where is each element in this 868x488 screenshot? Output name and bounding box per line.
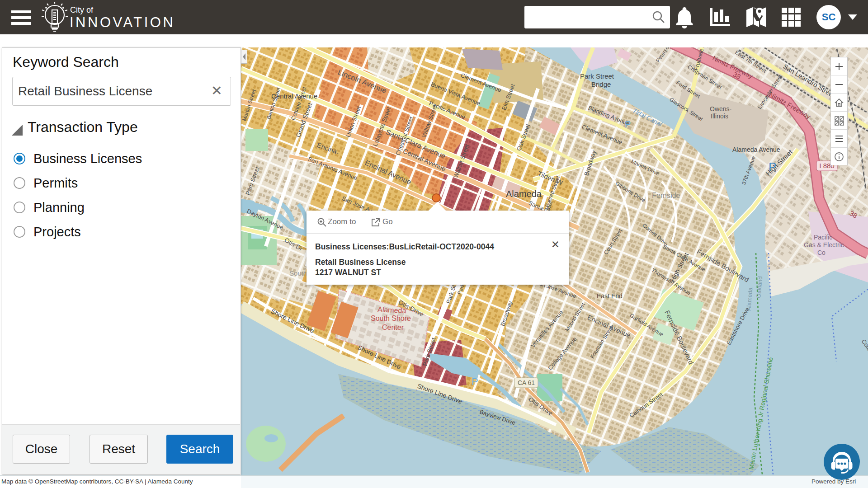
svg-text:Alameda: Alameda [377, 305, 406, 314]
svg-text:Gas & Electric: Gas & Electric [804, 241, 844, 249]
svg-text:Pacific: Pacific [814, 234, 832, 241]
svg-text:Owens-: Owens- [710, 105, 732, 113]
svg-text:South Shore: South Shore [371, 314, 411, 322]
svg-text:P: P [472, 376, 478, 387]
svg-text:Alameda Avenue: Alameda Avenue [732, 146, 780, 153]
svg-text:Alameda: Alameda [506, 189, 542, 199]
svg-text:Co: Co [817, 249, 826, 256]
svg-text:Fernside: Fernside [652, 192, 680, 199]
svg-text:P: P [625, 119, 631, 129]
svg-text:East End: East End [597, 292, 623, 300]
svg-text:Bridge: Bridge [591, 80, 611, 88]
svg-text:Illinois: Illinois [711, 113, 728, 120]
svg-text:Park Street: Park Street [580, 72, 614, 80]
svg-text:P: P [769, 160, 776, 174]
svg-text:CA 61: CA 61 [518, 379, 535, 386]
svg-text:Center: Center [382, 324, 404, 331]
